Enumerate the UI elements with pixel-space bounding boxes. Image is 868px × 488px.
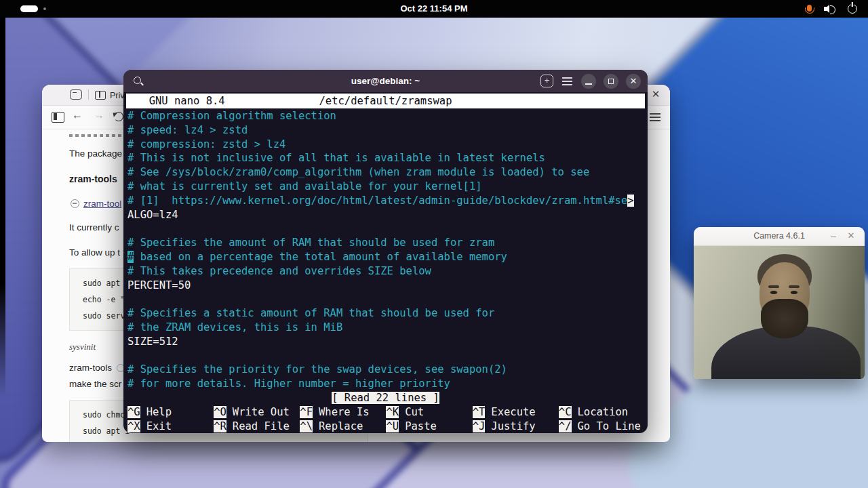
browser-menu-icon[interactable]: [650, 113, 660, 115]
nano-shortcut: ^/Go To Line: [559, 420, 645, 433]
section-heading: zram-tools: [69, 363, 112, 373]
terminal-line: # based on a percentage the total amount…: [127, 250, 645, 264]
camera-title-bar[interactable]: Camera 4.6.1 – ✕: [694, 227, 865, 246]
nano-shortcut-row-1: ^GHelp^OWrite Out^FWhere Is^KCut^TExecut…: [126, 405, 645, 420]
terminal-line: # for more details. Higher number = high…: [127, 377, 645, 391]
webcam-person-brow: [789, 285, 800, 288]
terminal-line: # [1] https://www.kernel.org/doc/html/la…: [127, 194, 645, 208]
nano-shortcut: ^UPaste: [386, 420, 472, 433]
terminal-line: # what is currently set and available fo…: [127, 180, 645, 194]
nano-shortcut: ^CLocation: [559, 405, 645, 420]
camera-title: Camera 4.6.1: [753, 231, 805, 241]
close-button[interactable]: ✕: [626, 74, 641, 89]
tab-divider: [88, 89, 89, 100]
minimize-button[interactable]: [581, 74, 596, 89]
webcam-feed: [694, 246, 865, 379]
terminal-line: # Specifies the amount of RAM that shoul…: [127, 236, 645, 250]
terminal-line: [127, 349, 645, 363]
webcam-person-beard: [761, 299, 808, 338]
webcam-person-torso: [711, 326, 861, 379]
terminal-line: # This is not inclusive of all that is a…: [127, 151, 645, 165]
terminal-line: # See /sys/block/zram0/comp_algorithm (w…: [127, 165, 645, 180]
webcam-person-hair: [757, 254, 812, 296]
browser-close-icon[interactable]: ✕: [648, 87, 663, 102]
line-overflow-marker: >: [627, 195, 633, 207]
nano-shortcut: ^\Replace: [300, 420, 386, 433]
gnome-top-bar: Oct 22 11:54 PM: [0, 0, 868, 18]
terminal-line: [127, 222, 645, 236]
forward-icon[interactable]: →: [94, 109, 104, 121]
back-icon[interactable]: ←: [72, 109, 83, 121]
terminal-line: [127, 292, 645, 306]
tab-overview-icon[interactable]: [70, 89, 82, 100]
clock[interactable]: Oct 22 11:54 PM: [0, 0, 868, 18]
nano-shortcut: ^KCut: [386, 405, 472, 420]
terminal-line: # Specifies the priority for the swap de…: [127, 363, 645, 377]
nano-shortcut: ^XExit: [127, 420, 214, 433]
microphone-icon: [807, 5, 812, 12]
webcam-person-brow: [768, 285, 779, 288]
nano-shortcut: ^RRead File: [214, 420, 300, 433]
clipped-text-fragment: [69, 134, 132, 137]
terminal-line: PERCENT=50: [127, 279, 645, 293]
terminal-body[interactable]: GNU nano 8.4 /etc/default/zramswap # Com…: [123, 92, 648, 433]
camera-minimize-icon[interactable]: –: [827, 227, 840, 245]
terminal-line: # the ZRAM devices, this is in MiB: [127, 321, 645, 335]
nano-shortcut: ^OWrite Out: [214, 405, 300, 420]
menu-icon[interactable]: [562, 81, 572, 82]
package-link[interactable]: zram-tool: [83, 199, 121, 209]
terminal-line: # Compression algorithm selection: [127, 109, 645, 123]
nano-title-bar: GNU nano 8.4 /etc/default/zramswap: [126, 94, 645, 108]
terminal-window: user@debian: ~ + ✕ GNU nano 8.4 /etc/def…: [123, 70, 648, 433]
sidebar-toggle-icon[interactable]: [52, 112, 64, 123]
new-tab-icon[interactable]: +: [540, 75, 553, 87]
camera-close-icon[interactable]: ✕: [844, 227, 858, 245]
power-icon: [848, 4, 857, 14]
system-tray[interactable]: [807, 0, 857, 18]
nano-shortcut: ^TExecute: [473, 405, 559, 420]
private-tab-icon: [95, 91, 106, 100]
nano-file-path: /etc/default/zramswap: [126, 94, 645, 108]
terminal-header-bar[interactable]: user@debian: ~ + ✕: [123, 70, 648, 92]
nano-shortcut: ^JJustify: [473, 420, 559, 433]
terminal-line: # Specifies a static amount of RAM that …: [127, 306, 645, 321]
nano-buffer: # Compression algorithm selection# speed…: [126, 108, 645, 391]
maximize-button[interactable]: [604, 74, 618, 89]
nano-status-bar: [ Read 22 lines ]: [126, 391, 645, 405]
nano-shortcut-row-2: ^XExit^RRead File^\Replace^UPaste^JJusti…: [126, 420, 645, 433]
nano-shortcut: ^GHelp: [127, 405, 214, 420]
nano-shortcut: ^FWhere Is: [300, 405, 386, 420]
nano-cursor: #: [127, 251, 134, 263]
reload-icon[interactable]: [114, 112, 123, 121]
terminal-line: # speed: lz4 > zstd: [127, 123, 645, 138]
terminal-window-controls: + ✕: [540, 70, 641, 92]
code-line: sudo ba: [83, 439, 368, 442]
screen-edge-shade: [0, 18, 5, 397]
terminal-line: # This takes precedence and overrides SI…: [127, 264, 645, 279]
webcam-person-eye: [770, 291, 777, 294]
volume-icon: [824, 5, 835, 14]
webcam-person-face: [760, 262, 810, 323]
desktop: Priva ✕ ← → The package zram-tools zram-…: [0, 0, 868, 488]
webcam-person-eye: [791, 291, 797, 294]
terminal-line: # compression: zstd > lz4: [127, 138, 645, 152]
camera-window: Camera 4.6.1 – ✕: [694, 227, 865, 379]
package-icon: [71, 199, 79, 208]
terminal-line: SIZE=512: [127, 335, 645, 349]
terminal-line: ALGO=lz4: [127, 208, 645, 222]
